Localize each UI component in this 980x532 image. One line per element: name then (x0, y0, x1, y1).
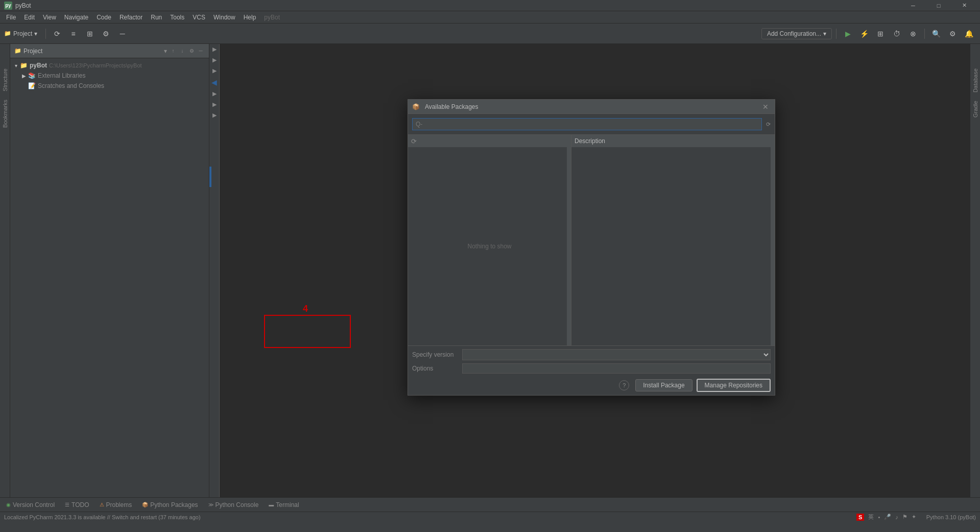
search-loading-icon: ⟳ (766, 121, 771, 128)
toolbar-sep-1 (45, 29, 46, 39)
sogou-icon[interactable]: S (856, 514, 864, 521)
python-version-label: Python 3.10 (pyBot) (926, 514, 976, 520)
star-icon[interactable]: ✦ (912, 514, 916, 520)
search-everywhere-btn[interactable]: 🔍 (929, 27, 943, 41)
toolbar-sort-btn[interactable]: ⊞ (83, 27, 97, 41)
available-packages-dialog: 📦 Available Packages ✕ ⟳ ⟳ No (408, 99, 775, 396)
tree-item-external-libs[interactable]: ▶ 📚 External Libraries (10, 71, 209, 81)
sidebar-tab-gradle[interactable]: Gradle (971, 97, 979, 122)
menu-refactor[interactable]: Refactor (115, 13, 147, 22)
app-icon: py (4, 2, 12, 10)
mic-icon[interactable]: 🎤 (884, 514, 891, 520)
side-arrow-6[interactable]: ▶ (212, 112, 217, 119)
window-title: pyBot (15, 2, 901, 9)
panel-scroll-down-btn[interactable]: ↓ (178, 47, 186, 55)
close-button[interactable]: ✕ (952, 0, 976, 11)
tab-terminal[interactable]: ▬ Terminal (265, 500, 303, 510)
dialog-footer: Specify version Options ? Install Packag… (408, 345, 775, 395)
input-method-icon[interactable]: 英 (868, 513, 874, 521)
menu-tools[interactable]: Tools (166, 13, 188, 22)
concurrency-btn[interactable]: ⊗ (906, 27, 920, 41)
options-input[interactable] (462, 363, 771, 374)
dialog-search-row: ⟳ (408, 114, 775, 135)
py-packages-icon: 📦 (142, 502, 148, 507)
run-btn[interactable]: ▶ (841, 27, 855, 41)
maximize-button[interactable]: □ (927, 0, 950, 11)
specify-version-select[interactable] (462, 349, 771, 360)
side-arrow-4[interactable]: ▶ (212, 90, 217, 97)
tree-arrow-scratches (20, 82, 28, 89)
manage-repositories-button[interactable]: Manage Repositories (697, 379, 771, 392)
toolbar-align-btn[interactable]: ≡ (66, 27, 81, 41)
refresh-icon[interactable]: ⟳ (411, 137, 417, 145)
side-arrow-2[interactable]: ▶ (212, 57, 217, 63)
dialog-content: ⟳ Nothing to show Description (408, 135, 775, 345)
sidebar-tab-database[interactable]: Database (971, 64, 979, 97)
coverage-btn[interactable]: ⊞ (873, 27, 888, 41)
toolbar-reload-btn[interactable]: ⟳ (50, 27, 64, 41)
toolbar-collapse-btn[interactable]: ─ (115, 27, 130, 41)
menu-run[interactable]: Run (147, 13, 166, 22)
tree-item-pybot[interactable]: ▾ 📁 pyBot C:\Users\123\PycharmProjects\p… (10, 60, 209, 71)
sidebar-tab-structure[interactable]: Structure (1, 64, 9, 96)
dialog-close-button[interactable]: ✕ (760, 102, 771, 112)
side-arrow-1[interactable]: ▶ (212, 46, 217, 53)
py-console-icon: ≫ (208, 502, 213, 507)
dialog-footer-buttons: ? Install Package Manage Repositories (412, 377, 771, 392)
tab-python-console[interactable]: ≫ Python Console (204, 500, 263, 510)
project-panel-title: Project (23, 48, 162, 55)
tab-version-control[interactable]: ◉ Version Control (2, 500, 59, 510)
flag-icon[interactable]: ⚑ (902, 514, 907, 520)
project-folder-icon: 📁 (14, 48, 21, 54)
tree-item-path-pybot: C:\Users\123\PycharmProjects\pyBot (49, 62, 142, 68)
notifications-btn[interactable]: 🔔 (962, 27, 976, 41)
description-scrollbar[interactable] (771, 135, 775, 345)
debug-btn[interactable]: ⚡ (857, 27, 871, 41)
settings-btn[interactable]: ⚙ (945, 27, 960, 41)
tree-item-label-ext-libs: External Libraries (38, 72, 85, 79)
side-arrow-expand[interactable]: ◀ (211, 78, 217, 86)
separator-dot: • (878, 514, 880, 520)
active-panel-indicator (209, 167, 211, 187)
packages-list-scrollbar[interactable] (567, 135, 571, 345)
toolbar-gear-btn[interactable]: ⚙ (99, 27, 113, 41)
scratches-icon: 📝 (28, 82, 36, 90)
panel-gear-btn[interactable]: ⚙ (187, 47, 196, 55)
side-arrow-5[interactable]: ▶ (212, 101, 217, 108)
side-arrow-3[interactable]: ▶ (212, 67, 217, 74)
pybot-folder-icon: 📁 (19, 61, 28, 70)
project-label: Project ▾ (13, 30, 37, 37)
sidebar-tab-bookmarks[interactable]: Bookmarks (1, 96, 9, 132)
install-package-button[interactable]: Install Package (635, 379, 692, 391)
status-bar: Localized PyCharm 2021.3.3 is available … (0, 512, 980, 522)
menu-code[interactable]: Code (92, 13, 115, 22)
profile-btn[interactable]: ⏱ (890, 27, 904, 41)
title-bar: py pyBot ─ □ ✕ (0, 0, 980, 11)
menu-navigate[interactable]: Navigate (60, 13, 92, 22)
menu-file[interactable]: File (2, 13, 20, 22)
menu-help[interactable]: Help (240, 13, 260, 22)
menu-view[interactable]: View (39, 13, 60, 22)
menu-window[interactable]: Window (209, 13, 240, 22)
help-button[interactable]: ? (619, 380, 629, 390)
panel-scroll-up-btn[interactable]: ↑ (169, 47, 177, 55)
packages-list-body: Nothing to show (408, 147, 571, 345)
add-configuration-button[interactable]: Add Configuration... ▾ (761, 28, 832, 39)
packages-search-input[interactable] (412, 118, 762, 130)
main-area: Structure Bookmarks 📁 Project ▾ ↑ ↓ ⚙ ─ … (0, 44, 980, 497)
tab-todo[interactable]: ☰ TODO (61, 500, 93, 510)
music-icon[interactable]: ♪ (895, 514, 898, 520)
tab-python-packages[interactable]: 📦 Python Packages (138, 500, 202, 510)
window-controls: ─ □ ✕ (901, 0, 976, 11)
tree-item-scratches[interactable]: 📝 Scratches and Consoles (10, 81, 209, 91)
menu-edit[interactable]: Edit (20, 13, 39, 22)
menu-pybot[interactable]: pyBot (260, 13, 284, 22)
status-message: Localized PyCharm 2021.3.3 is available … (4, 514, 856, 520)
problems-icon: ⚠ (100, 502, 104, 507)
menu-vcs[interactable]: VCS (188, 13, 209, 22)
left-sidebar-tabs: Structure Bookmarks (0, 44, 10, 497)
tab-problems[interactable]: ⚠ Problems (95, 500, 136, 510)
minimize-button[interactable]: ─ (901, 0, 925, 11)
panel-collapse-btn[interactable]: ─ (197, 47, 205, 55)
menu-bar: File Edit View Navigate Code Refactor Ru… (0, 11, 980, 24)
